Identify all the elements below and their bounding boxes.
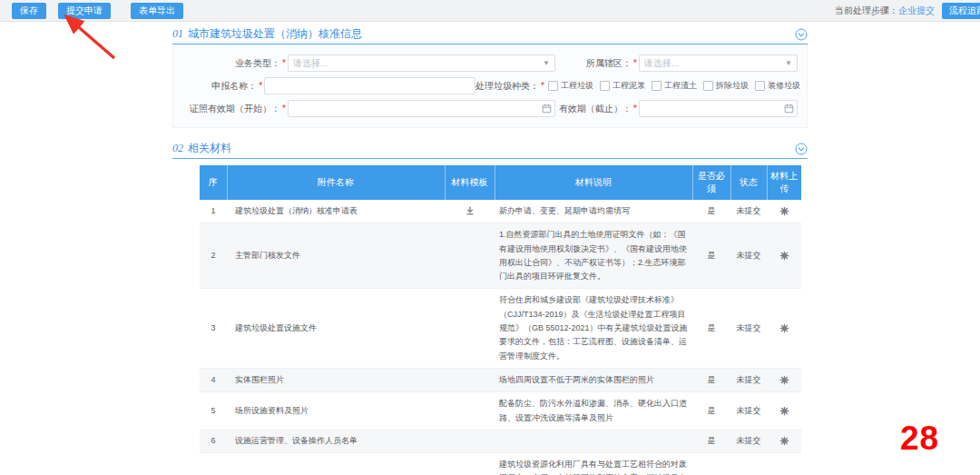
cell-seq: 7 xyxy=(200,452,227,475)
required-mark: * xyxy=(541,81,544,91)
collapse-chevron-icon[interactable] xyxy=(795,28,808,41)
checkbox-box-icon[interactable] xyxy=(755,81,765,91)
waste-kind-checkbox-group: 工程垃圾工程泥浆工程渣土拆除垃圾装修垃圾 xyxy=(548,80,807,92)
form-row: 申报名称： * 处理垃圾种类： * 工程垃圾工程泥浆工程渣土拆除垃圾装修垃圾 xyxy=(173,75,807,96)
cell-material-template xyxy=(445,368,495,391)
required-mark: * xyxy=(259,81,262,91)
gear-icon xyxy=(779,436,789,446)
cell-seq: 1 xyxy=(200,200,227,223)
district-select[interactable]: 请选择... ▼ xyxy=(639,54,798,72)
checkbox-box-icon[interactable] xyxy=(703,81,713,91)
cell-attachment-name: 实体围栏照片 xyxy=(227,368,445,391)
gear-icon xyxy=(779,323,789,333)
collapse-chevron-icon[interactable] xyxy=(795,143,808,155)
chevron-down-icon: ▼ xyxy=(543,59,550,67)
section-number: 01 xyxy=(172,27,183,41)
cell-material-template xyxy=(445,200,495,223)
business-type-label: 业务类型： xyxy=(173,57,280,70)
cell-material-description: 配备防尘、防污水外溢和渗漏、消杀、硬化出入口道路、设置冲洗设施等清单及照片 xyxy=(495,392,692,430)
declare-name-input[interactable] xyxy=(264,77,475,94)
business-type-placeholder: 请选择... xyxy=(293,57,328,70)
upload-icon[interactable] xyxy=(779,375,789,385)
table-row: 6设施运营管理、设备操作人员名单是未提交 xyxy=(200,430,801,452)
checkbox-label: 工程泥浆 xyxy=(612,80,645,92)
valid-start-date-input[interactable] xyxy=(288,100,555,117)
cell-material-description: 新办申请、变更、延期申请均需填写 xyxy=(495,200,692,223)
cell-material-description: 符合住房和城乡建设部《建筑垃圾处理技术标准》（CJJ/T134-2019）及《生… xyxy=(495,289,692,368)
cell-material-template xyxy=(445,392,495,430)
column-header: 材料说明 xyxy=(495,165,692,200)
cell-upload xyxy=(767,289,801,368)
cell-material-description: 场地四周设置不低于两米的实体围栏的照片 xyxy=(495,368,692,391)
cell-material-description: 1.自然资源部门出具的土地使用证明文件（如：《国有建设用地使用权划拨决定书》、《… xyxy=(495,223,692,289)
cell-material-template xyxy=(445,289,495,368)
cell-required: 是 xyxy=(692,392,730,430)
cell-required: 是 xyxy=(692,200,730,223)
gear-icon xyxy=(779,206,789,216)
column-header: 附件名称 xyxy=(227,165,445,200)
cell-required: 是 xyxy=(692,430,730,452)
table-row: 3建筑垃圾处置设施文件符合住房和城乡建设部《建筑垃圾处理技术标准》（CJJ/T1… xyxy=(200,289,801,368)
required-mark: * xyxy=(282,58,286,68)
current-step-value: 企业提交 xyxy=(898,5,935,17)
checkbox-label: 装修垃圾 xyxy=(768,80,800,92)
required-mark: * xyxy=(633,104,637,114)
page-number-annotation: 28 xyxy=(900,420,939,458)
required-mark: * xyxy=(633,58,637,68)
upload-icon[interactable] xyxy=(779,251,789,261)
gear-icon xyxy=(779,251,789,261)
section-basic-info: 01 城市建筑垃圾处置（消纳）核准信息 业务类型： * 请选择... ▼ 所属辖… xyxy=(172,25,808,128)
cell-status: 未提交 xyxy=(730,289,767,368)
waste-kind-label: 处理垃圾种类： xyxy=(475,80,539,93)
cell-attachment-name: 回收利用或分类处理方案 xyxy=(227,452,445,475)
checkbox-label: 工程渣土 xyxy=(664,80,697,92)
gear-icon xyxy=(779,406,789,416)
column-header: 序 xyxy=(200,165,227,200)
cell-upload xyxy=(767,200,801,223)
section-title: 城市建筑垃圾处置（消纳）核准信息 xyxy=(188,26,362,42)
valid-end-date-wrap xyxy=(639,100,798,117)
current-step-area: 当前处理步骤： 企业提交 流程追踪 xyxy=(835,3,980,19)
current-step-label: 当前处理步骤： xyxy=(835,5,898,17)
cell-seq: 2 xyxy=(200,223,227,289)
upload-icon[interactable] xyxy=(779,323,789,333)
declare-name-label: 申报名称： xyxy=(173,80,257,93)
waste-kind-checkbox[interactable]: 拆除垃圾 xyxy=(703,80,749,92)
cell-seq: 3 xyxy=(200,289,227,368)
waste-kind-checkbox[interactable]: 工程垃圾 xyxy=(548,80,593,92)
cell-seq: 4 xyxy=(200,368,227,391)
cell-attachment-name: 建筑垃圾处置（消纳）核准申请表 xyxy=(227,200,445,223)
cell-attachment-name: 场所设施资料及照片 xyxy=(227,392,445,430)
upload-icon[interactable] xyxy=(779,206,789,216)
flow-track-button[interactable]: 流程追踪 xyxy=(942,3,980,19)
valid-start-label: 证照有效期（开始）： xyxy=(173,103,280,115)
cell-attachment-name: 主管部门核发文件 xyxy=(227,223,445,289)
district-placeholder: 请选择... xyxy=(644,57,679,70)
business-type-select[interactable]: 请选择... ▼ xyxy=(288,54,555,72)
cell-required: 是 xyxy=(692,452,730,475)
valid-end-label: 有效期（截止）： xyxy=(555,103,632,115)
upload-icon[interactable] xyxy=(779,406,789,416)
checkbox-box-icon[interactable] xyxy=(652,81,662,91)
cell-status: 未提交 xyxy=(730,452,767,475)
cell-status: 未提交 xyxy=(730,392,767,430)
checkbox-box-icon[interactable] xyxy=(548,81,558,91)
waste-kind-checkbox[interactable]: 装修垃圾 xyxy=(755,80,800,92)
cell-status: 未提交 xyxy=(730,430,767,452)
download-template-icon[interactable] xyxy=(465,205,475,216)
upload-icon[interactable] xyxy=(779,436,789,446)
column-header: 状态 xyxy=(730,165,767,200)
cell-status: 未提交 xyxy=(730,223,767,289)
cell-status: 未提交 xyxy=(730,200,767,223)
waste-kind-checkbox[interactable]: 工程渣土 xyxy=(652,80,697,92)
save-button[interactable]: 保存 xyxy=(12,3,46,19)
cell-attachment-name: 建筑垃圾处置设施文件 xyxy=(227,289,445,368)
materials-table-header-row: 序附件名称材料模板材料说明是否必须状态材料上传 xyxy=(200,165,801,200)
waste-kind-checkbox[interactable]: 工程泥浆 xyxy=(600,80,645,92)
cell-upload xyxy=(767,223,801,289)
checkbox-box-icon[interactable] xyxy=(600,81,610,91)
cell-required: 是 xyxy=(692,368,730,391)
valid-end-date-input[interactable] xyxy=(639,100,798,117)
form-export-button[interactable]: 表单导出 xyxy=(131,3,183,19)
submit-application-button[interactable]: 提交申请 xyxy=(58,3,111,19)
